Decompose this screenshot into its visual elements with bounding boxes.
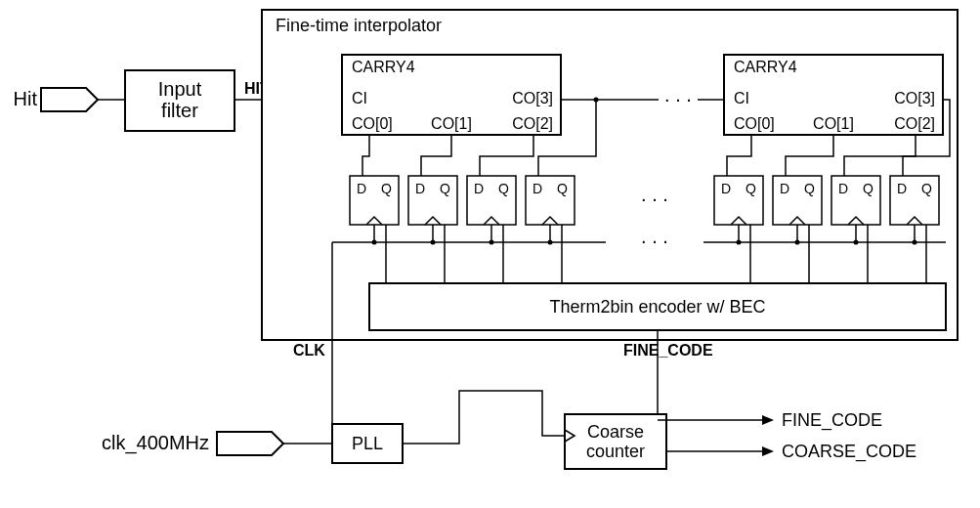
carry4-co2-2: CO[2]	[894, 115, 935, 132]
svg-text:D: D	[533, 181, 542, 196]
carry4-block-1: CARRY4 CI CO[3] CO[0] CO[1] CO[2]	[342, 55, 561, 135]
svg-text:D: D	[415, 181, 425, 196]
dff-6: D Q	[773, 176, 822, 225]
svg-text:D: D	[897, 181, 907, 196]
svg-point-47	[854, 240, 859, 245]
svg-point-41	[372, 240, 377, 245]
carry4-co3-1: CO[3]	[512, 90, 553, 106]
dff-2: D Q	[408, 176, 457, 225]
dff-5: D Q	[714, 176, 763, 225]
fine-code-bus-label: FINE_CODE	[623, 342, 713, 359]
svg-text:Q: Q	[921, 181, 932, 196]
svg-text:Q: Q	[804, 181, 815, 196]
clk-port	[217, 432, 283, 455]
svg-text:D: D	[357, 181, 366, 196]
carry4-co1-1: CO[1]	[431, 115, 472, 132]
therm2bin-label: Therm2bin encoder w/ BEC	[549, 297, 765, 317]
coarse-l1: Coarse	[587, 422, 644, 442]
dff-1: D Q	[350, 176, 399, 225]
hit-label: Hit	[14, 88, 38, 109]
arrowhead-fine	[762, 415, 774, 425]
dff-7: D Q	[831, 176, 880, 225]
dff-3: D Q	[467, 176, 516, 225]
input-filter-text2: filter	[161, 100, 198, 121]
carry4-ci-2: CI	[734, 90, 749, 106]
dff-4: D Q	[526, 176, 575, 225]
fti-title: Fine-time interpolator	[276, 16, 442, 35]
carry4-co0-2: CO[0]	[734, 115, 775, 132]
svg-text:D: D	[780, 181, 789, 196]
svg-text:D: D	[838, 181, 848, 196]
carry4-co1-2: CO[1]	[813, 115, 854, 132]
arrowhead-coarse	[762, 446, 774, 456]
dots-ff: · · ·	[641, 188, 668, 209]
fine-code-out: FINE_CODE	[782, 410, 882, 431]
coarse-l2: counter	[586, 442, 645, 461]
svg-text:Q: Q	[746, 181, 756, 196]
svg-point-30	[594, 98, 599, 103]
pll-label: PLL	[352, 434, 383, 453]
svg-point-45	[737, 240, 742, 245]
carry4-title-2: CARRY4	[734, 59, 797, 75]
svg-text:Q: Q	[863, 181, 873, 196]
svg-point-42	[431, 240, 436, 245]
svg-text:Q: Q	[557, 181, 568, 196]
hit-port	[41, 88, 98, 111]
svg-text:Q: Q	[498, 181, 509, 196]
coarse-code-out: COARSE_CODE	[782, 442, 916, 462]
clk-signal-label: CLK	[293, 342, 325, 359]
svg-point-46	[795, 240, 800, 245]
clk-port-label: clk_400MHz	[102, 432, 209, 454]
dots-carry: · · ·	[664, 88, 692, 109]
svg-text:D: D	[474, 181, 484, 196]
svg-text:Q: Q	[440, 181, 450, 196]
input-filter-text1: Input	[158, 78, 202, 100]
svg-text:D: D	[721, 181, 731, 196]
carry4-co2-1: CO[2]	[512, 115, 553, 132]
svg-point-43	[490, 240, 494, 245]
carry4-co0-1: CO[0]	[352, 115, 393, 132]
svg-point-44	[548, 240, 553, 245]
dff-8: D Q	[890, 176, 939, 225]
svg-text:Q: Q	[381, 181, 392, 196]
carry4-ci-1: CI	[352, 90, 367, 106]
carry4-title-1: CARRY4	[352, 59, 415, 75]
carry4-co3-2: CO[3]	[894, 90, 935, 106]
dots-clk: · · ·	[641, 230, 668, 251]
carry4-block-2: CARRY4 CI CO[3] CO[0] CO[1] CO[2]	[724, 55, 943, 135]
svg-point-48	[913, 240, 917, 245]
